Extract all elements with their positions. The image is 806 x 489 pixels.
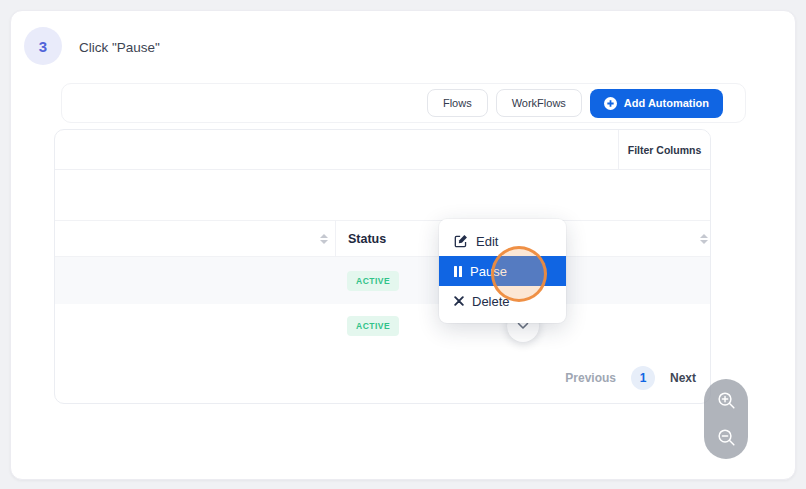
table-header-row: Status Action bbox=[55, 220, 710, 257]
menu-item-label: Edit bbox=[476, 234, 498, 249]
page-background: 3 Click "Pause" Flows WorkFlows Add Auto… bbox=[0, 0, 806, 489]
zoom-controls bbox=[704, 379, 748, 459]
sort-icon[interactable] bbox=[320, 234, 328, 244]
table-row: ACTIVE bbox=[55, 304, 710, 347]
zoom-out-icon bbox=[716, 427, 737, 448]
menu-item-label: Delete bbox=[472, 294, 510, 309]
zoom-out-button[interactable] bbox=[711, 422, 741, 452]
status-badge: ACTIVE bbox=[347, 271, 399, 291]
add-automation-label: Add Automation bbox=[624, 97, 709, 109]
search-input[interactable] bbox=[55, 130, 618, 169]
menu-item-label: Pause bbox=[470, 264, 507, 279]
menu-item-pause[interactable]: Pause bbox=[439, 256, 566, 286]
add-automation-button[interactable]: Add Automation bbox=[590, 89, 723, 118]
sort-icon[interactable] bbox=[700, 234, 708, 244]
delete-icon bbox=[454, 296, 464, 306]
menu-item-edit[interactable]: Edit bbox=[439, 226, 566, 256]
filter-columns-button[interactable]: Filter Columns bbox=[618, 130, 710, 169]
zoom-in-icon bbox=[716, 390, 737, 411]
filter-row: Filter Columns bbox=[55, 130, 710, 170]
workflows-button[interactable]: WorkFlows bbox=[496, 89, 582, 117]
table-row: ACTIVE bbox=[55, 257, 710, 304]
pagination: Previous 1 Next bbox=[565, 364, 696, 392]
edit-icon bbox=[454, 234, 468, 248]
pause-icon bbox=[454, 266, 462, 277]
tutorial-step-card: 3 Click "Pause" Flows WorkFlows Add Auto… bbox=[10, 10, 796, 480]
row-actions-menu: Edit Pause Delete bbox=[439, 219, 566, 323]
page-number-button[interactable]: 1 bbox=[631, 366, 655, 390]
column-header-status: Status bbox=[348, 232, 386, 246]
zoom-in-button[interactable] bbox=[711, 386, 741, 416]
step-title: Click "Pause" bbox=[79, 40, 160, 55]
app-toolbar: Flows WorkFlows Add Automation bbox=[61, 83, 746, 123]
automations-table-panel: Filter Columns Status Action ACTIVE ACTI… bbox=[54, 129, 711, 404]
status-badge: ACTIVE bbox=[347, 316, 399, 336]
flows-button[interactable]: Flows bbox=[427, 89, 488, 117]
chevron-down-icon bbox=[517, 322, 529, 330]
menu-item-delete[interactable]: Delete bbox=[439, 286, 566, 316]
plus-circle-icon bbox=[604, 97, 617, 110]
previous-page-button[interactable]: Previous bbox=[565, 371, 616, 385]
step-number-badge: 3 bbox=[24, 27, 62, 65]
next-page-button[interactable]: Next bbox=[670, 371, 696, 385]
